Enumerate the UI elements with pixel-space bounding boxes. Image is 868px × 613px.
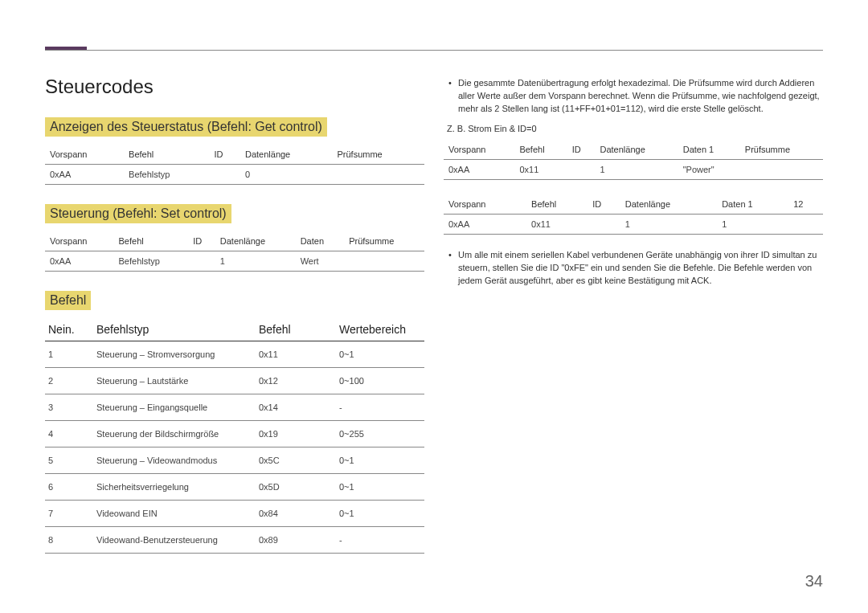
td: Steuerung der Bildschirmgröße bbox=[93, 421, 256, 447]
th: Vorspann bbox=[444, 140, 514, 160]
th: Vorspann bbox=[444, 194, 526, 215]
td: 0x12 bbox=[256, 368, 336, 394]
td: "Power" bbox=[678, 159, 740, 179]
th: Datenlänge bbox=[620, 194, 717, 215]
table-row: 1Steuerung – Stromversorgung0x110~1 bbox=[45, 341, 424, 368]
td: Videowand EIN bbox=[93, 501, 256, 527]
td: 0x5D bbox=[256, 474, 336, 501]
command-table: Nein. Befehlstyp Befehl Wertebereich 1St… bbox=[45, 318, 424, 554]
example-table-1: Vorspann Befehl ID Datenlänge Daten 1 Pr… bbox=[444, 140, 823, 180]
td bbox=[588, 214, 620, 234]
td bbox=[740, 159, 823, 179]
td: 0~1 bbox=[336, 341, 424, 368]
td: 5 bbox=[45, 447, 93, 474]
td: 2 bbox=[45, 368, 93, 394]
td: 0x11 bbox=[514, 159, 567, 179]
td bbox=[209, 165, 240, 185]
td: 0~1 bbox=[336, 447, 424, 474]
td: Befehlstyp bbox=[124, 165, 209, 185]
th: Datenlänge bbox=[215, 231, 296, 251]
th: Befehlstyp bbox=[93, 318, 256, 341]
th: Daten bbox=[296, 231, 344, 251]
example-table-2: Vorspann Befehl ID Datenlänge Daten 1 12… bbox=[444, 194, 823, 235]
td: - bbox=[336, 527, 424, 554]
td: Wert bbox=[296, 251, 344, 272]
td: Steuerung – Eingangsquelle bbox=[93, 394, 256, 421]
left-column: Steuercodes Anzeigen des Steuerstatus (B… bbox=[45, 74, 424, 568]
bullet-list: Um alle mit einem seriellen Kabel verbun… bbox=[458, 249, 823, 288]
td bbox=[333, 165, 425, 185]
th: ID bbox=[567, 140, 596, 160]
th: ID bbox=[588, 194, 620, 215]
td: Steuerung – Lautstärke bbox=[93, 368, 256, 394]
td: 0~100 bbox=[336, 368, 424, 394]
th: Daten 1 bbox=[717, 194, 788, 215]
th: Prüfsumme bbox=[333, 145, 425, 165]
table-row: 0xAA Befehlstyp 0 bbox=[45, 165, 424, 185]
td: 4 bbox=[45, 421, 93, 447]
set-control-table: Vorspann Befehl ID Datenlänge Daten Prüf… bbox=[45, 231, 424, 272]
command-heading: Befehl bbox=[45, 291, 91, 310]
bullet-item: Die gesammte Datenübertragung erfolgt he… bbox=[458, 77, 823, 116]
th: Befehl bbox=[124, 145, 209, 165]
right-column: Die gesammte Datenübertragung erfolgt he… bbox=[444, 74, 823, 568]
td: Befehlstyp bbox=[114, 251, 189, 272]
th: Datenlänge bbox=[240, 145, 333, 165]
td: 0~255 bbox=[336, 421, 424, 447]
td: 0~1 bbox=[336, 501, 424, 527]
get-control-heading: Anzeigen des Steuerstatus (Befehl: Get c… bbox=[45, 117, 327, 137]
table-row: 7Videowand EIN0x840~1 bbox=[45, 501, 424, 527]
table-row: 0xAA 0x11 1 "Power" bbox=[444, 159, 823, 179]
td: 8 bbox=[45, 527, 93, 554]
td bbox=[567, 159, 596, 179]
th: 12 bbox=[788, 194, 823, 215]
th: Befehl bbox=[514, 140, 567, 160]
td: 1 bbox=[45, 341, 93, 368]
td: Steuerung – Videowandmodus bbox=[93, 447, 256, 474]
section-title: Steuercodes bbox=[45, 76, 424, 98]
td: - bbox=[336, 394, 424, 421]
table-row: 0xAA Befehlstyp 1 Wert bbox=[45, 251, 424, 272]
th: ID bbox=[209, 145, 240, 165]
th: ID bbox=[188, 231, 215, 251]
top-rule bbox=[45, 50, 823, 51]
td: Videowand-Benutzersteuerung bbox=[93, 527, 256, 554]
th: Daten 1 bbox=[678, 140, 740, 160]
table-row: 8Videowand-Benutzersteuerung0x89- bbox=[45, 527, 424, 554]
td: 0x11 bbox=[256, 341, 336, 368]
td: 0x89 bbox=[256, 527, 336, 554]
td: 0 bbox=[240, 165, 333, 185]
table-row: 6Sicherheitsverriegelung0x5D0~1 bbox=[45, 474, 424, 501]
td: 0~1 bbox=[336, 474, 424, 501]
td: 6 bbox=[45, 474, 93, 501]
td: 0x84 bbox=[256, 501, 336, 527]
set-control-heading: Steuerung (Befehl: Set control) bbox=[45, 204, 231, 223]
td: 0x19 bbox=[256, 421, 336, 447]
th: Vorspann bbox=[45, 231, 114, 251]
td: 3 bbox=[45, 394, 93, 421]
td: Steuerung – Stromversorgung bbox=[93, 341, 256, 368]
th: Wertebereich bbox=[336, 318, 424, 341]
td: 0xAA bbox=[45, 165, 124, 185]
td: 0xAA bbox=[444, 159, 514, 179]
td: 0x14 bbox=[256, 394, 336, 421]
td: 0xAA bbox=[45, 251, 114, 272]
td bbox=[344, 251, 424, 272]
th: Befehl bbox=[114, 231, 189, 251]
table-row: 5Steuerung – Videowandmodus0x5C0~1 bbox=[45, 447, 424, 474]
td: Sicherheitsverriegelung bbox=[93, 474, 256, 501]
table-row: 3Steuerung – Eingangsquelle0x14- bbox=[45, 394, 424, 421]
th: Prüfsumme bbox=[344, 231, 424, 251]
example-note: Z. B. Strom Ein & ID=0 bbox=[447, 124, 823, 133]
td: 1 bbox=[215, 251, 296, 272]
td bbox=[788, 214, 823, 234]
th: Befehl bbox=[256, 318, 336, 341]
td: 0x5C bbox=[256, 447, 336, 474]
td: 0x11 bbox=[526, 214, 588, 234]
td: 1 bbox=[717, 214, 788, 234]
th: Datenlänge bbox=[595, 140, 678, 160]
th: Befehl bbox=[526, 194, 588, 215]
td bbox=[188, 251, 215, 272]
td: 0xAA bbox=[444, 214, 526, 234]
page-number: 34 bbox=[805, 572, 823, 591]
